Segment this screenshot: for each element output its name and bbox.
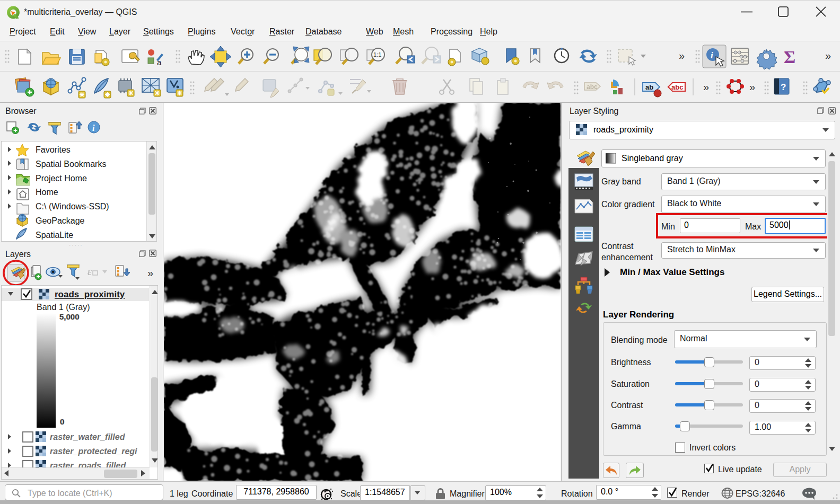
svg-text:roads_proximity: roads_proximity <box>55 289 125 299</box>
svg-text:Σ: Σ <box>784 47 795 67</box>
svg-text:raster_water_filled: raster_water_filled <box>50 432 126 441</box>
svg-text:a: a <box>157 58 162 67</box>
svg-text:ab: ab <box>645 83 653 91</box>
svg-text:Spatial Bookmarks: Spatial Bookmarks <box>36 160 106 169</box>
svg-text:»: » <box>703 81 709 93</box>
svg-text:i: i <box>711 50 713 60</box>
svg-text:»: » <box>749 81 755 93</box>
svg-text:»: » <box>147 267 153 279</box>
svg-text:abc: abc <box>587 83 598 91</box>
svg-text:Project Home: Project Home <box>36 174 87 183</box>
svg-text:raster_protected_regi: raster_protected_regi <box>50 447 137 456</box>
svg-text:abc: abc <box>671 83 683 91</box>
svg-text:SpatiaLite: SpatiaLite <box>36 231 73 240</box>
svg-text:»: » <box>825 50 831 61</box>
svg-text:5,000: 5,000 <box>59 312 80 321</box>
svg-text:0: 0 <box>60 417 64 426</box>
svg-text:Favorites: Favorites <box>36 145 71 154</box>
svg-text:C:\ (Windows-SSD): C:\ (Windows-SSD) <box>36 202 109 211</box>
svg-text:ε: ε <box>88 266 92 277</box>
svg-text:1:1: 1:1 <box>373 51 381 58</box>
svg-text:Band 1 (Gray): Band 1 (Gray) <box>37 303 90 312</box>
svg-text:GeoPackage: GeoPackage <box>36 216 85 225</box>
svg-text:Home: Home <box>36 188 58 197</box>
svg-text:i: i <box>92 123 95 132</box>
svg-text:»: » <box>679 50 685 61</box>
svg-text:?: ? <box>781 82 786 92</box>
